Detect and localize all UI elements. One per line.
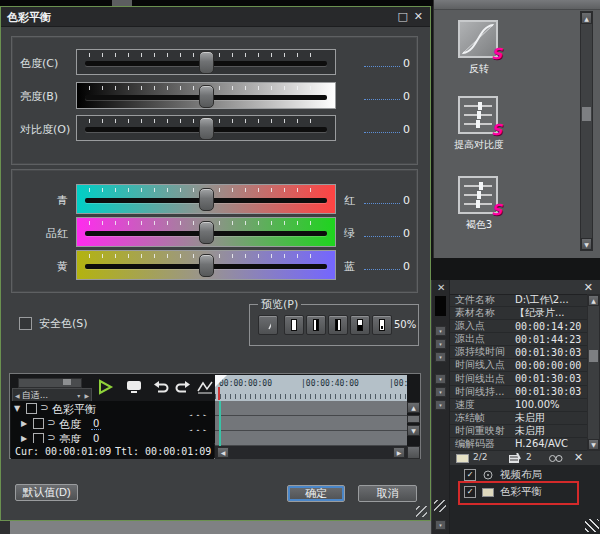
ok-button[interactable]: 确定: [287, 485, 345, 502]
preview-zoom-value[interactable]: 50%: [394, 319, 416, 330]
cyan-red-slider-thumb[interactable]: [199, 188, 214, 211]
dialog-resize-grip[interactable]: [416, 506, 427, 517]
preview-mode-split-left-button[interactable]: [328, 315, 348, 335]
effects-scrollbar-thumb[interactable]: [582, 107, 591, 121]
close-icon[interactable]: ✕: [584, 281, 593, 294]
track-row-chroma[interactable]: ▶ ⊃ 色度 0 ◀◆▶: [11, 416, 215, 432]
panel-resize-grip[interactable]: [434, 500, 446, 512]
cancel-button[interactable]: 取消: [358, 485, 417, 502]
expander-icon[interactable]: ▶: [21, 419, 27, 428]
edge-panel-button[interactable]: ▾: [435, 400, 446, 410]
horizontal-scrollbar[interactable]: ◀ ▶: [215, 446, 407, 459]
effect-label[interactable]: 褐色3: [434, 218, 524, 232]
effect-label[interactable]: 提高对比度: [434, 138, 524, 152]
window-resize-grip[interactable]: [585, 519, 599, 532]
magenta-green-slider[interactable]: [76, 217, 336, 247]
delete-icon[interactable]: ✕: [574, 451, 583, 464]
keyframe-lane[interactable]: [215, 431, 407, 446]
timeline-zoom-thumb[interactable]: [63, 379, 71, 385]
edge-panel-button[interactable]: ▾: [435, 352, 446, 362]
scroll-right-button[interactable]: ▶: [393, 447, 405, 458]
scroll-down-button[interactable]: ▼: [581, 238, 592, 250]
reset-icon[interactable]: ⊃: [40, 402, 48, 413]
preset-left-arrow-icon[interactable]: ◀: [13, 392, 22, 399]
edge-panel-button[interactable]: ▾: [435, 387, 446, 397]
filter-row-video-layout[interactable]: ✓ 视频布局: [450, 467, 600, 482]
timeline-ruler[interactable]: 00:00:00:00 |00:00:40:00 |00:0: [215, 375, 407, 401]
close-button[interactable]: ✕: [414, 10, 423, 23]
play-button[interactable]: [94, 378, 116, 396]
redo-button[interactable]: [172, 378, 194, 396]
preset-caret-icon[interactable]: ▾: [75, 392, 82, 399]
contrast-slider-thumb[interactable]: [199, 117, 214, 140]
keyframe-lane[interactable]: [215, 416, 407, 431]
edge-panel-button[interactable]: ▾: [435, 520, 446, 530]
undo-icon: [152, 379, 170, 395]
filter-checkbox[interactable]: ✓: [464, 469, 476, 481]
cyan-label: 青: [16, 193, 68, 208]
effect-contrast-thumbnail[interactable]: S: [458, 96, 498, 134]
clip-icon[interactable]: [508, 453, 521, 464]
preview-toggle-button[interactable]: [258, 315, 278, 335]
scroll-down-button[interactable]: ▼: [588, 439, 599, 450]
monitor-button[interactable]: [123, 378, 145, 396]
edge-panel-button[interactable]: ▾: [435, 326, 446, 336]
property-row: 源持续时间00:01:30:03: [450, 346, 587, 359]
cyan-red-slider[interactable]: [76, 184, 336, 214]
yellow-blue-slider[interactable]: [76, 250, 336, 280]
preview-mode-full-button[interactable]: [284, 315, 304, 335]
expander-icon[interactable]: ▼: [14, 404, 20, 413]
brightness-slider-thumb[interactable]: [199, 85, 214, 108]
preview-mode-split-bottom-button[interactable]: [350, 315, 370, 335]
undo-button[interactable]: [150, 378, 172, 396]
track-row-color-balance[interactable]: ▼ ⊃ 色彩平衡 ◀◆▶: [11, 401, 215, 417]
effect-sepia-thumbnail[interactable]: S: [458, 176, 498, 214]
keyframe-lane[interactable]: [215, 401, 407, 416]
maximize-button[interactable]: □: [398, 10, 408, 23]
vertical-scrollbar-thumb[interactable]: [407, 415, 420, 423]
preset-dropdown-value[interactable]: 自适...: [22, 389, 76, 402]
default-button[interactable]: 默认值(D): [15, 484, 78, 501]
chroma-slider[interactable]: [76, 49, 336, 75]
contrast-slider[interactable]: [76, 115, 336, 141]
preview-mode-bottom-bar-button[interactable]: [372, 315, 392, 335]
magenta-green-slider-thumb[interactable]: [199, 221, 214, 244]
effects-scrollbar[interactable]: ▲ ▼: [580, 11, 593, 251]
chroma-slider-thumb[interactable]: [199, 51, 214, 74]
properties-scrollbar[interactable]: ▲ ▼: [587, 294, 600, 451]
scroll-up-button[interactable]: ▲: [588, 295, 599, 306]
link-icon[interactable]: [548, 454, 564, 463]
effect-invert-thumbnail[interactable]: S: [458, 20, 498, 58]
preset-dropdown[interactable]: ◀ 自适... ▾ ▶: [12, 388, 92, 402]
timeline-zoom-slider[interactable]: [18, 378, 82, 388]
reset-icon[interactable]: ⊃: [47, 417, 55, 428]
playhead-icon[interactable]: [215, 375, 227, 387]
safe-color-checkbox[interactable]: 安全色(S): [19, 316, 88, 331]
properties-scrollbar-thumb[interactable]: [589, 350, 598, 362]
scrollbar-corner-button[interactable]: [407, 446, 420, 459]
close-icon[interactable]: ✕: [437, 282, 445, 293]
dialog-titlebar[interactable]: 色彩平衡 □ ✕: [1, 7, 430, 27]
yellow-blue-slider-thumb[interactable]: [199, 254, 214, 277]
track-label: 色度: [59, 417, 81, 432]
scroll-down-button[interactable]: ▼: [407, 425, 420, 436]
reset-icon[interactable]: ⊃: [47, 432, 55, 443]
scroll-up-button[interactable]: ▲: [407, 402, 420, 413]
expander-icon[interactable]: ▶: [21, 434, 27, 443]
page-icon[interactable]: [456, 454, 469, 463]
edge-panel-button[interactable]: ▾: [435, 339, 446, 349]
scroll-up-button[interactable]: ▲: [581, 12, 592, 24]
track-checkbox[interactable]: [26, 403, 37, 414]
playhead-line[interactable]: [219, 401, 221, 446]
scroll-left-button[interactable]: ◀: [217, 447, 229, 458]
edge-panel-button[interactable]: ▾: [435, 374, 446, 384]
property-value: H.264/AVC: [515, 438, 587, 449]
effect-label[interactable]: 反转: [434, 62, 524, 76]
preset-right-arrow-icon[interactable]: ▶: [82, 392, 91, 399]
checkbox-box[interactable]: [19, 317, 32, 330]
preview-mode-split-right-button[interactable]: [306, 315, 326, 335]
track-checkbox[interactable]: [33, 418, 44, 429]
curve-button[interactable]: [194, 378, 216, 396]
chroma-value: 0: [403, 57, 410, 70]
brightness-slider[interactable]: [76, 82, 336, 109]
